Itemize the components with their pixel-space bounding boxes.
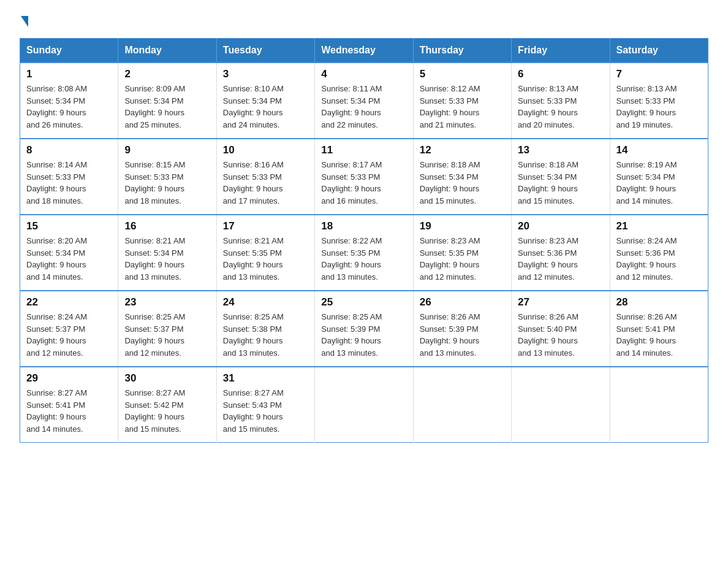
calendar-cell: 11Sunrise: 8:17 AMSunset: 5:33 PMDayligh…	[315, 139, 413, 215]
calendar-weekday-wednesday: Wednesday	[315, 39, 413, 63]
calendar-cell: 9Sunrise: 8:15 AMSunset: 5:33 PMDaylight…	[118, 139, 216, 215]
calendar-cell: 3Sunrise: 8:10 AMSunset: 5:34 PMDaylight…	[216, 63, 314, 139]
day-number: 26	[420, 296, 505, 308]
calendar-cell: 30Sunrise: 8:27 AMSunset: 5:42 PMDayligh…	[118, 367, 216, 443]
day-number: 29	[26, 372, 112, 385]
calendar-cell: 28Sunrise: 8:26 AMSunset: 5:41 PMDayligh…	[610, 291, 708, 367]
calendar-weekday-saturday: Saturday	[610, 39, 708, 63]
calendar-cell: 23Sunrise: 8:25 AMSunset: 5:37 PMDayligh…	[118, 291, 216, 367]
day-number: 31	[223, 372, 308, 385]
day-number: 20	[518, 220, 603, 232]
calendar-cell: 5Sunrise: 8:12 AMSunset: 5:33 PMDaylight…	[413, 63, 511, 139]
day-number: 1	[26, 68, 112, 80]
calendar-cell: 10Sunrise: 8:16 AMSunset: 5:33 PMDayligh…	[216, 139, 314, 215]
day-info: Sunrise: 8:25 AMSunset: 5:39 PMDaylight:…	[321, 311, 406, 359]
page-header	[20, 15, 708, 26]
calendar-cell: 19Sunrise: 8:23 AMSunset: 5:35 PMDayligh…	[413, 215, 511, 291]
day-info: Sunrise: 8:27 AMSunset: 5:42 PMDaylight:…	[124, 387, 210, 435]
day-info: Sunrise: 8:16 AMSunset: 5:33 PMDaylight:…	[223, 159, 308, 207]
day-info: Sunrise: 8:26 AMSunset: 5:39 PMDaylight:…	[420, 311, 505, 359]
day-info: Sunrise: 8:09 AMSunset: 5:34 PMDaylight:…	[124, 83, 210, 131]
day-info: Sunrise: 8:20 AMSunset: 5:34 PMDaylight:…	[26, 235, 112, 283]
calendar-cell: 2Sunrise: 8:09 AMSunset: 5:34 PMDaylight…	[118, 63, 216, 139]
day-info: Sunrise: 8:11 AMSunset: 5:34 PMDaylight:…	[321, 83, 406, 131]
calendar-cell: 22Sunrise: 8:24 AMSunset: 5:37 PMDayligh…	[20, 291, 118, 367]
day-number: 22	[26, 296, 112, 308]
calendar-cell	[610, 367, 708, 443]
day-info: Sunrise: 8:23 AMSunset: 5:36 PMDaylight:…	[518, 235, 603, 283]
logo-arrow-icon	[21, 16, 28, 27]
day-number: 24	[223, 296, 308, 308]
calendar-weekday-monday: Monday	[118, 39, 216, 63]
calendar-week-row: 22Sunrise: 8:24 AMSunset: 5:37 PMDayligh…	[20, 291, 708, 367]
day-number: 27	[518, 296, 603, 308]
day-number: 9	[124, 144, 210, 156]
day-info: Sunrise: 8:21 AMSunset: 5:34 PMDaylight:…	[124, 235, 210, 283]
day-info: Sunrise: 8:18 AMSunset: 5:34 PMDaylight:…	[420, 159, 505, 207]
calendar-cell	[413, 367, 511, 443]
day-number: 17	[223, 220, 308, 232]
day-info: Sunrise: 8:12 AMSunset: 5:33 PMDaylight:…	[420, 83, 505, 131]
day-number: 14	[616, 144, 702, 156]
calendar-cell: 20Sunrise: 8:23 AMSunset: 5:36 PMDayligh…	[512, 215, 610, 291]
day-number: 19	[420, 220, 505, 232]
calendar-cell: 13Sunrise: 8:18 AMSunset: 5:34 PMDayligh…	[512, 139, 610, 215]
day-info: Sunrise: 8:13 AMSunset: 5:33 PMDaylight:…	[518, 83, 603, 131]
day-info: Sunrise: 8:21 AMSunset: 5:35 PMDaylight:…	[223, 235, 308, 283]
day-info: Sunrise: 8:25 AMSunset: 5:38 PMDaylight:…	[223, 311, 308, 359]
day-number: 21	[616, 220, 702, 232]
day-number: 10	[223, 144, 308, 156]
day-info: Sunrise: 8:25 AMSunset: 5:37 PMDaylight:…	[124, 311, 210, 359]
day-info: Sunrise: 8:26 AMSunset: 5:40 PMDaylight:…	[518, 311, 603, 359]
calendar-cell: 31Sunrise: 8:27 AMSunset: 5:43 PMDayligh…	[216, 367, 314, 443]
calendar-weekday-sunday: Sunday	[20, 39, 118, 63]
day-number: 30	[124, 372, 210, 385]
calendar-cell	[512, 367, 610, 443]
day-number: 18	[321, 220, 406, 232]
day-info: Sunrise: 8:23 AMSunset: 5:35 PMDaylight:…	[420, 235, 505, 283]
day-info: Sunrise: 8:18 AMSunset: 5:34 PMDaylight:…	[518, 159, 603, 207]
day-number: 6	[518, 68, 603, 80]
day-info: Sunrise: 8:15 AMSunset: 5:33 PMDaylight:…	[124, 159, 210, 207]
day-info: Sunrise: 8:24 AMSunset: 5:37 PMDaylight:…	[26, 311, 112, 359]
calendar-cell: 7Sunrise: 8:13 AMSunset: 5:33 PMDaylight…	[610, 63, 708, 139]
day-info: Sunrise: 8:27 AMSunset: 5:43 PMDaylight:…	[223, 387, 308, 435]
day-info: Sunrise: 8:17 AMSunset: 5:33 PMDaylight:…	[321, 159, 406, 207]
day-number: 5	[420, 68, 505, 80]
day-info: Sunrise: 8:27 AMSunset: 5:41 PMDaylight:…	[26, 387, 112, 435]
day-number: 7	[616, 68, 702, 80]
calendar-cell: 14Sunrise: 8:19 AMSunset: 5:34 PMDayligh…	[610, 139, 708, 215]
calendar-cell: 6Sunrise: 8:13 AMSunset: 5:33 PMDaylight…	[512, 63, 610, 139]
logo	[20, 15, 29, 26]
day-number: 13	[518, 144, 603, 156]
day-number: 3	[223, 68, 308, 80]
day-info: Sunrise: 8:13 AMSunset: 5:33 PMDaylight:…	[616, 83, 702, 131]
calendar-cell: 8Sunrise: 8:14 AMSunset: 5:33 PMDaylight…	[20, 139, 118, 215]
calendar-cell: 29Sunrise: 8:27 AMSunset: 5:41 PMDayligh…	[20, 367, 118, 443]
day-number: 4	[321, 68, 406, 80]
calendar-cell: 16Sunrise: 8:21 AMSunset: 5:34 PMDayligh…	[118, 215, 216, 291]
day-info: Sunrise: 8:10 AMSunset: 5:34 PMDaylight:…	[223, 83, 308, 131]
calendar-cell: 21Sunrise: 8:24 AMSunset: 5:36 PMDayligh…	[610, 215, 708, 291]
day-info: Sunrise: 8:22 AMSunset: 5:35 PMDaylight:…	[321, 235, 406, 283]
calendar-weekday-tuesday: Tuesday	[216, 39, 314, 63]
day-number: 11	[321, 144, 406, 156]
day-number: 2	[124, 68, 210, 80]
day-number: 28	[616, 296, 702, 308]
day-number: 23	[124, 296, 210, 308]
calendar-weekday-thursday: Thursday	[413, 39, 511, 63]
calendar-cell: 12Sunrise: 8:18 AMSunset: 5:34 PMDayligh…	[413, 139, 511, 215]
calendar-cell: 4Sunrise: 8:11 AMSunset: 5:34 PMDaylight…	[315, 63, 413, 139]
day-info: Sunrise: 8:19 AMSunset: 5:34 PMDaylight:…	[616, 159, 702, 207]
calendar-cell: 27Sunrise: 8:26 AMSunset: 5:40 PMDayligh…	[512, 291, 610, 367]
calendar-week-row: 15Sunrise: 8:20 AMSunset: 5:34 PMDayligh…	[20, 215, 708, 291]
day-number: 12	[420, 144, 505, 156]
calendar-cell: 17Sunrise: 8:21 AMSunset: 5:35 PMDayligh…	[216, 215, 314, 291]
calendar-week-row: 1Sunrise: 8:08 AMSunset: 5:34 PMDaylight…	[20, 63, 708, 139]
day-number: 16	[124, 220, 210, 232]
day-number: 15	[26, 220, 112, 232]
calendar-cell	[315, 367, 413, 443]
calendar-cell: 18Sunrise: 8:22 AMSunset: 5:35 PMDayligh…	[315, 215, 413, 291]
calendar-cell: 1Sunrise: 8:08 AMSunset: 5:34 PMDaylight…	[20, 63, 118, 139]
calendar-week-row: 29Sunrise: 8:27 AMSunset: 5:41 PMDayligh…	[20, 367, 708, 443]
